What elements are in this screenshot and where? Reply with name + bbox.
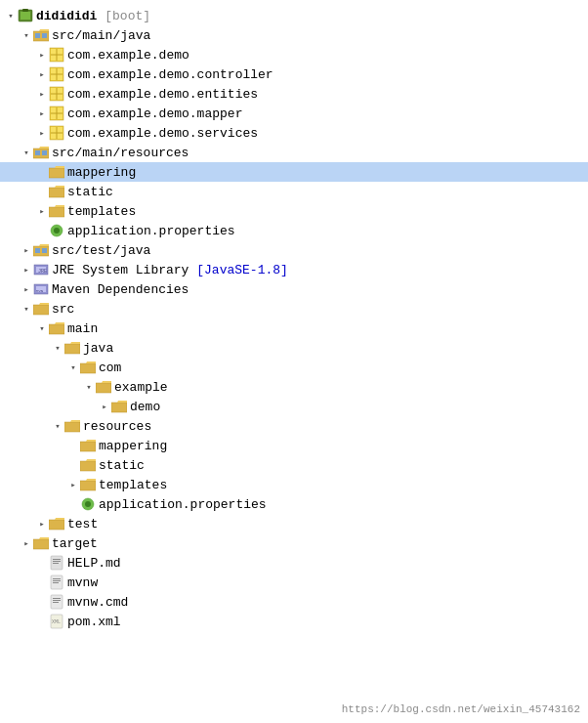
- svg-rect-30: [42, 248, 47, 253]
- chevron-down-icon: [51, 341, 64, 355]
- properties-icon: [49, 223, 64, 238]
- maven-icon: MVN: [33, 281, 49, 297]
- chevron-empty: [35, 185, 49, 198]
- svg-rect-25: [35, 150, 40, 155]
- svg-rect-42: [53, 563, 59, 564]
- tree-item-label: java: [83, 341, 588, 356]
- tree-item-label: com: [99, 361, 588, 375]
- tree-item[interactable]: src: [0, 299, 588, 319]
- svg-text:JRE: JRE: [38, 269, 47, 275]
- tree-item-label: Maven Dependencies: [52, 282, 588, 297]
- tree-item[interactable]: mvnw.cmd: [0, 592, 588, 612]
- tree-item[interactable]: target: [0, 533, 588, 553]
- folder-icon: [49, 320, 64, 336]
- svg-rect-48: [53, 598, 61, 599]
- tree-item[interactable]: test: [0, 514, 588, 533]
- folder-icon: [96, 379, 111, 395]
- tree-item[interactable]: com.example.demo.entities: [0, 84, 588, 104]
- svg-rect-50: [53, 602, 59, 603]
- folder-src-icon: [33, 27, 49, 43]
- svg-text:MVN: MVN: [36, 289, 44, 293]
- tree-item[interactable]: HELP.md: [0, 553, 588, 573]
- properties-icon: [80, 496, 96, 512]
- tree-item-label: com.example.demo: [67, 48, 588, 63]
- tree-item[interactable]: example: [0, 377, 588, 397]
- chevron-right-icon: [20, 243, 33, 257]
- chevron-right-icon: [35, 67, 49, 81]
- tree-item[interactable]: templates: [0, 201, 588, 221]
- tree-item[interactable]: application.properties: [0, 221, 588, 240]
- chevron-right-icon: [98, 400, 111, 413]
- svg-point-38: [85, 501, 91, 507]
- tree-item-label: demo: [130, 400, 588, 414]
- svg-rect-44: [53, 578, 61, 579]
- tree-item[interactable]: mvnw: [0, 573, 588, 592]
- plain-file-icon: [49, 574, 64, 590]
- tree-item-label: mvnw: [67, 575, 588, 590]
- svg-rect-40: [53, 559, 61, 560]
- tree-item[interactable]: JRE JRE System Library [JavaSE-1.8]: [0, 260, 588, 279]
- chevron-empty: [66, 458, 80, 472]
- tree-item-label: static: [99, 458, 588, 473]
- project-icon: [18, 8, 33, 23]
- tree-item[interactable]: src/main/resources: [0, 143, 588, 162]
- tree-item[interactable]: demo: [0, 397, 588, 416]
- chevron-down-icon: [20, 146, 33, 159]
- folder-icon: [64, 418, 80, 434]
- tree-item[interactable]: com.example.demo: [0, 45, 588, 64]
- tree-item[interactable]: XML pom.xml: [0, 612, 588, 631]
- svg-rect-2: [22, 9, 28, 12]
- md-file-icon: [49, 555, 64, 571]
- folder-icon: [80, 477, 96, 492]
- project-tree: didididi [boot] src/main/java com.exampl…: [0, 0, 588, 637]
- tree-item-label: src/test/java: [52, 243, 588, 258]
- tree-item[interactable]: mappering: [0, 436, 588, 455]
- svg-rect-45: [53, 580, 61, 581]
- tree-item[interactable]: mappering: [0, 162, 588, 182]
- pom-file-icon: XML: [49, 614, 64, 629]
- chevron-down-icon: [51, 419, 64, 433]
- tree-item-label: src/main/java: [52, 28, 588, 43]
- package-icon: [49, 86, 64, 102]
- tree-item[interactable]: application.properties: [0, 494, 588, 514]
- tree-item[interactable]: MVN Maven Dependencies: [0, 279, 588, 299]
- tree-item-label: JRE System Library [JavaSE-1.8]: [52, 263, 588, 277]
- watermark: https://blog.csdn.net/weixin_45743162: [342, 703, 580, 715]
- tree-item-label: com.example.demo.mapper: [67, 106, 588, 121]
- tree-item[interactable]: src/main/java: [0, 25, 588, 45]
- svg-rect-4: [42, 33, 47, 38]
- chevron-right-icon: [35, 48, 49, 62]
- tree-item[interactable]: static: [0, 455, 588, 475]
- folder-icon: [64, 340, 80, 356]
- chevron-right-icon: [20, 536, 33, 550]
- chevron-down-icon: [20, 28, 33, 42]
- tree-item[interactable]: com.example.demo.mapper: [0, 104, 588, 123]
- tree-item[interactable]: main: [0, 319, 588, 338]
- tree-item-label: static: [67, 185, 588, 199]
- svg-rect-49: [53, 600, 61, 601]
- chevron-right-icon: [35, 126, 49, 140]
- tree-item-label: mappering: [67, 165, 588, 180]
- tree-item[interactable]: templates: [0, 475, 588, 494]
- tree-item[interactable]: static: [0, 182, 588, 201]
- folder-icon: [49, 184, 64, 199]
- tree-item-label: pom.xml: [67, 615, 588, 629]
- tree-item-label: target: [52, 536, 588, 551]
- tree-item[interactable]: com.example.demo.services: [0, 123, 588, 143]
- tree-item-label: mvnw.cmd: [67, 595, 588, 610]
- folder-icon: [80, 457, 96, 473]
- tree-item-label: templates: [67, 204, 588, 219]
- tree-item[interactable]: java: [0, 338, 588, 358]
- tree-item[interactable]: didididi [boot]: [0, 6, 588, 25]
- tree-item[interactable]: resources: [0, 416, 588, 436]
- tree-item-label: application.properties: [67, 224, 588, 238]
- package-icon: [49, 66, 64, 82]
- tree-item[interactable]: src/test/java: [0, 240, 588, 260]
- tree-item[interactable]: com.example.demo.controller: [0, 64, 588, 84]
- tree-item[interactable]: com: [0, 358, 588, 377]
- svg-rect-1: [21, 12, 30, 20]
- chevron-empty: [66, 497, 80, 511]
- jre-icon: JRE: [33, 262, 49, 277]
- folder-icon: [49, 516, 64, 532]
- chevron-right-icon: [35, 204, 49, 218]
